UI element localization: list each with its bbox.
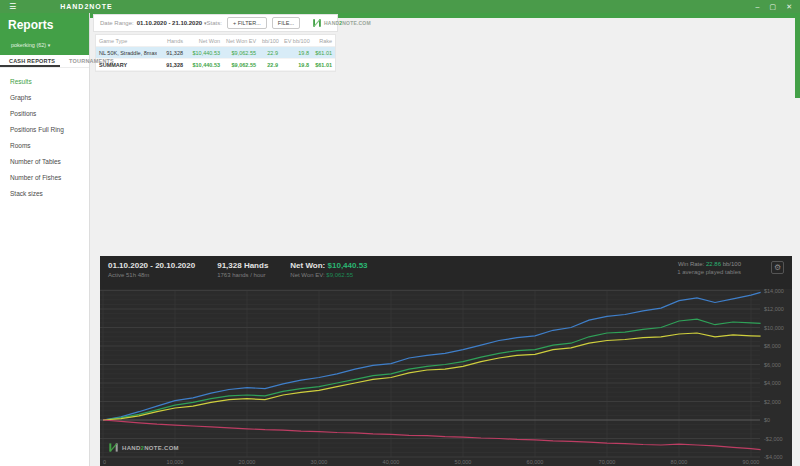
- column-header[interactable]: Net Won: [186, 38, 223, 44]
- win-rate-value: 22.86: [706, 261, 721, 267]
- table-body: NL 50K, Straddle, 8max91,328$10,440.53$9…: [96, 47, 335, 71]
- axis-tick-label: 60,000: [527, 459, 544, 465]
- menu-icon[interactable]: ☰: [9, 0, 16, 13]
- avg-tables: 1 average played tables: [677, 269, 741, 275]
- chart-active-time: Active 51h 48m: [108, 272, 195, 278]
- axis-tick-label: $2,000: [764, 399, 781, 405]
- chevron-down-icon: ▾: [48, 42, 51, 48]
- window-titlebar: ☰ HAND2NOTE – ▢ ✕: [0, 0, 800, 13]
- axis-tick-label: 90,000: [743, 459, 760, 465]
- sidebar-item-number-of-fishes[interactable]: Number of Fishes: [0, 169, 89, 185]
- sidebar-item-positions-full-ring[interactable]: Positions Full Ring: [0, 121, 89, 137]
- maximize-icon[interactable]: ▢: [770, 0, 777, 13]
- chart-hands-block: 91,328 Hands 1763 hands / hour: [217, 261, 268, 289]
- axis-tick-label: -$2,000: [764, 436, 783, 442]
- chart-watermark: HAND2NOTE.COM: [108, 442, 179, 453]
- axis-tick-label: 80,000: [671, 459, 688, 465]
- page-title: Reports: [8, 18, 53, 32]
- gear-icon: ⚙: [774, 264, 781, 272]
- date-range-selector[interactable]: 01.10.2020 - 21.10.2020: [137, 20, 202, 26]
- tab-tournaments[interactable]: TOURNAMENTS: [60, 55, 119, 67]
- axis-tick-label: 20,000: [239, 459, 256, 465]
- stats-label: Stats:: [207, 20, 222, 26]
- net-won-ev-label: Net Won EV:: [290, 272, 324, 278]
- net-won-label: Net Won:: [290, 261, 325, 270]
- table-cell: 91,328: [157, 50, 186, 56]
- win-rate-label: Win Rate:: [678, 261, 704, 267]
- net-won-ev-value: $9,062.55: [326, 272, 353, 278]
- chart-header: 01.10.2020 - 20.10.2020 Active 51h 48m 9…: [100, 256, 792, 289]
- file-button[interactable]: FILE...: [272, 17, 300, 29]
- sidebar-item-positions[interactable]: Positions: [0, 105, 89, 121]
- axis-tick-label: 0: [103, 459, 106, 465]
- chart-winrate-block: Win Rate: 22.86 bb/100 1 average played …: [677, 261, 741, 289]
- column-header[interactable]: Game Type: [96, 38, 157, 44]
- table-cell: $10,440.53: [186, 62, 223, 68]
- sidebar-items: ResultsGraphsPositionsPositions Full Rin…: [0, 68, 89, 201]
- axis-tick-label: 10,000: [167, 459, 184, 465]
- close-icon[interactable]: ✕: [786, 0, 792, 13]
- table-header-row: Game TypeHandsNet WonNet Won EVbb/100EV …: [96, 35, 335, 47]
- window-controls: – ▢ ✕: [756, 0, 792, 13]
- table-cell: 22.9: [259, 62, 281, 68]
- sidebar-item-rooms[interactable]: Rooms: [0, 137, 89, 153]
- hand2note-logo-icon: [312, 18, 322, 28]
- axis-tick-label: $4,000: [764, 380, 781, 386]
- results-table: Game TypeHandsNet WonNet Won EVbb/100EV …: [95, 34, 336, 72]
- axis-tick-label: $8,000: [764, 343, 781, 349]
- table-row[interactable]: NL 50K, Straddle, 8max91,328$10,440.53$9…: [96, 47, 335, 59]
- table-cell: $9,062.55: [223, 62, 259, 68]
- axis-tick-label: $10,000: [764, 325, 784, 331]
- chart-hands-per-hour: 1763 hands / hour: [217, 272, 268, 278]
- chart-hands: 91,328 Hands: [217, 261, 268, 270]
- sidebar-item-results[interactable]: Results: [0, 73, 89, 89]
- sidebar-item-stack-sizes[interactable]: Stack sizes: [0, 185, 89, 201]
- column-header[interactable]: Net Won EV: [223, 38, 259, 44]
- tab-cash-reports[interactable]: CASH REPORTS: [0, 55, 60, 67]
- axis-tick-label: -$4,000: [764, 454, 783, 460]
- chart-settings-button[interactable]: ⚙: [771, 261, 784, 274]
- table-cell: 19.8: [281, 62, 312, 68]
- table-cell: 19.8: [281, 50, 312, 56]
- chart-date-block: 01.10.2020 - 20.10.2020 Active 51h 48m: [108, 261, 195, 289]
- app-title: HAND2NOTE: [60, 3, 113, 10]
- column-header[interactable]: Hands: [157, 38, 186, 44]
- chart-netwon-block: Net Won: $10,440.53 Net Won EV: $9,062.5…: [290, 261, 367, 289]
- win-rate-unit: bb/100: [723, 261, 741, 267]
- net-won-value: $10,440.53: [328, 261, 368, 270]
- column-header[interactable]: EV bb/100: [281, 38, 312, 44]
- sidebar-header: Reports pokerking (62) ▾: [0, 13, 89, 55]
- chart-date-range: 01.10.2020 - 20.10.2020: [108, 261, 195, 270]
- table-cell: $9,062.55: [223, 50, 259, 56]
- toolbar: Date Range: 01.10.2020 - 21.10.2020 ▾ St…: [93, 14, 338, 32]
- axis-tick-label: 70,000: [599, 459, 616, 465]
- date-range-label: Date Range:: [100, 20, 134, 26]
- table-cell: $61.01: [312, 62, 335, 68]
- hand2note-brand: HAND2NOTE.COM: [312, 18, 371, 28]
- sidebar-item-number-of-tables[interactable]: Number of Tables: [0, 153, 89, 169]
- sidebar-tabs: CASH REPORTSTOURNAMENTS: [0, 55, 89, 68]
- axis-tick-label: $12,000: [764, 306, 784, 312]
- account-selector[interactable]: pokerking (62) ▾: [11, 42, 50, 48]
- axis-tick-label: $0: [764, 417, 770, 423]
- hand2note-logo-icon: [108, 442, 119, 453]
- column-header[interactable]: Rake: [312, 38, 335, 44]
- watermark-text: HAND2NOTE.COM: [122, 445, 179, 451]
- axis-tick-label: 50,000: [455, 459, 472, 465]
- sidebar: Reports pokerking (62) ▾ CASH REPORTSTOU…: [0, 13, 90, 466]
- sidebar-item-graphs[interactable]: Graphs: [0, 89, 89, 105]
- brand-text: HAND2NOTE.COM: [324, 20, 371, 26]
- table-cell: 22.9: [259, 50, 281, 56]
- table-cell: $10,440.53: [186, 50, 223, 56]
- axis-tick-label: 40,000: [383, 459, 400, 465]
- table-row[interactable]: SUMMARY91,328$10,440.53$9,062.5522.919.8…: [96, 59, 335, 71]
- filter-button[interactable]: + FILTER...: [227, 17, 267, 29]
- net-won-chart: $14,000$12,000$10,000$8,000$6,000$4,000$…: [100, 256, 792, 466]
- green-right-edge: [795, 13, 800, 98]
- axis-tick-label: $6,000: [764, 362, 781, 368]
- column-header[interactable]: bb/100: [259, 38, 281, 44]
- account-name: pokerking (62): [11, 42, 46, 48]
- axis-tick-label: 30,000: [311, 459, 328, 465]
- table-cell: 91,328: [157, 62, 186, 68]
- minimize-icon[interactable]: –: [756, 0, 760, 13]
